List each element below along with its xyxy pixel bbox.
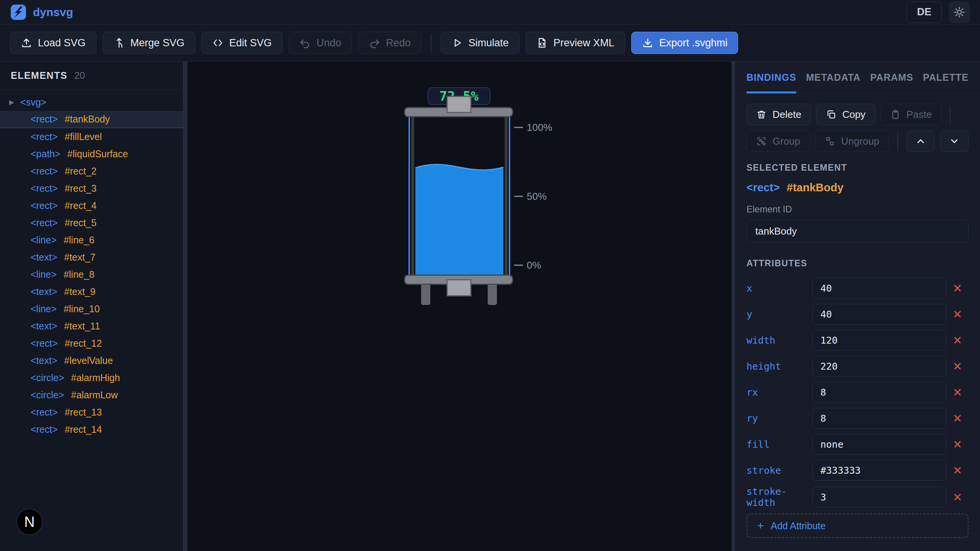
edit-svg-button[interactable]: Edit SVG xyxy=(201,32,283,54)
theme-toggle-button[interactable] xyxy=(949,2,970,23)
attribute-row-stroke-width: stroke-width ✕ xyxy=(746,486,969,508)
download-icon xyxy=(642,37,653,49)
tab-params[interactable]: PARAMS xyxy=(870,62,913,93)
group-icon xyxy=(756,136,767,147)
attribute-stroke-input[interactable] xyxy=(812,460,946,481)
tree-item-line_8[interactable]: <line>#line_8 xyxy=(0,266,187,283)
paste-button[interactable]: Paste xyxy=(880,104,942,125)
tree-item-rect_3[interactable]: <rect>#rect_3 xyxy=(0,180,187,197)
tree-item-rect_5[interactable]: <rect>#rect_5 xyxy=(0,214,187,231)
redo-label: Redo xyxy=(386,37,411,49)
sidebar-scrollbar[interactable] xyxy=(183,62,187,551)
tree-item-rect_2[interactable]: <rect>#rect_2 xyxy=(0,163,187,180)
inspector-tabs: BINDINGS METADATA PARAMS PALETTE xyxy=(735,62,980,94)
attribute-width-input[interactable] xyxy=(812,330,946,350)
tree-item-text_7[interactable]: <text>#text_7 xyxy=(0,249,187,266)
simulate-button[interactable]: Simulate xyxy=(441,32,519,54)
tree-item-alarmHigh[interactable]: <circle>#alarmHigh xyxy=(0,369,187,386)
nextjs-n-icon: N xyxy=(24,514,34,530)
sun-icon xyxy=(954,7,965,18)
code-icon xyxy=(212,37,224,49)
undo-label: Undo xyxy=(317,37,341,49)
tab-metadata[interactable]: METADATA xyxy=(806,62,861,93)
tree-item-line_6[interactable]: <line>#line_6 xyxy=(0,231,187,249)
attribute-stroke-width-input[interactable] xyxy=(812,487,946,507)
merge-svg-label: Merge SVG xyxy=(131,37,185,49)
move-up-button[interactable] xyxy=(906,130,935,152)
attribute-x-input[interactable] xyxy=(812,278,946,298)
tab-palette[interactable]: PALETTE xyxy=(923,62,969,93)
nextjs-dev-badge[interactable]: N xyxy=(16,509,43,535)
ungroup-button[interactable]: Ungroup xyxy=(815,130,889,152)
tree-item-line_10[interactable]: <line>#line_10 xyxy=(0,300,187,318)
export-svghmi-button[interactable]: Export .svghmi xyxy=(631,32,738,54)
tab-bindings[interactable]: BINDINGS xyxy=(746,62,796,93)
copy-icon xyxy=(826,109,836,120)
remove-attribute-button[interactable]: ✕ xyxy=(946,334,969,347)
tree-item-svg-root[interactable]: ▶ <svg> xyxy=(0,94,187,111)
attribute-height-input[interactable] xyxy=(812,356,946,377)
attribute-rx-input[interactable] xyxy=(812,382,946,403)
export-svghmi-label: Export .svghmi xyxy=(659,37,728,49)
group-action-row: Group Ungroup xyxy=(746,130,969,152)
toolbar-divider xyxy=(431,34,431,52)
remove-attribute-button[interactable]: ✕ xyxy=(946,386,969,399)
tree-item-liquidSurface[interactable]: <path>#liquidSurface xyxy=(0,145,187,163)
expand-triangle-icon[interactable]: ▶ xyxy=(9,98,14,106)
remove-attribute-button[interactable]: ✕ xyxy=(946,438,969,451)
simulate-label: Simulate xyxy=(469,37,509,49)
tank-leg-left[interactable] xyxy=(421,282,430,305)
tree-item-text_9[interactable]: <text>#text_9 xyxy=(0,283,187,300)
tick-label-50: 50% xyxy=(527,191,547,202)
tank-outlet[interactable] xyxy=(447,280,471,296)
tree-item-rect_4[interactable]: <rect>#rect_4 xyxy=(0,197,187,214)
inspector-panel: BINDINGS METADATA PARAMS PALETTE Delete xyxy=(735,62,980,551)
attribute-ry-input[interactable] xyxy=(812,408,946,429)
group-button[interactable]: Group xyxy=(746,130,810,152)
load-svg-label: Load SVG xyxy=(38,37,86,49)
add-attribute-button[interactable]: + Add Attribute xyxy=(746,514,969,538)
attribute-row-stroke: stroke ✕ xyxy=(746,460,969,481)
svg-canvas[interactable]: 72.5% 100% 50% 0% xyxy=(188,62,735,551)
preview-xml-button[interactable]: Preview XML xyxy=(526,32,625,54)
merge-svg-button[interactable]: Merge SVG xyxy=(103,32,195,54)
fill-level-rect[interactable] xyxy=(415,165,503,276)
element-id-label: Element ID xyxy=(746,204,969,215)
tank-top-hatch[interactable] xyxy=(447,96,471,112)
trash-icon xyxy=(756,109,767,120)
language-button[interactable]: DE xyxy=(906,2,942,23)
remove-attribute-button[interactable]: ✕ xyxy=(946,412,969,425)
attribute-row-ry: ry ✕ xyxy=(746,408,969,429)
load-svg-button[interactable]: Load SVG xyxy=(10,32,96,54)
remove-attribute-button[interactable]: ✕ xyxy=(946,360,969,373)
tree-item-rect_14[interactable]: <rect>#rect_14 xyxy=(0,421,187,438)
tank-leg-right[interactable] xyxy=(488,282,497,305)
undo-button[interactable]: Undo xyxy=(289,32,352,54)
element-id-input[interactable] xyxy=(746,220,969,242)
tree-item-alarmLow[interactable]: <circle>#alarmLow xyxy=(0,386,187,404)
tree-item-tankBody[interactable]: <rect>#tankBody xyxy=(0,111,187,128)
canvas-scrollbar[interactable] xyxy=(732,62,735,551)
tree-item-levelValue[interactable]: <text>#levelValue xyxy=(0,352,187,369)
attribute-y-input[interactable] xyxy=(812,304,946,324)
move-down-button[interactable] xyxy=(940,130,969,152)
merge-icon xyxy=(113,37,125,49)
tree-item-text_11[interactable]: <text>#text_11 xyxy=(0,318,187,335)
attribute-row-height: height ✕ xyxy=(746,356,969,377)
remove-attribute-button[interactable]: ✕ xyxy=(946,282,969,295)
tick-label-100: 100% xyxy=(527,122,552,133)
attribute-fill-input[interactable] xyxy=(812,434,946,455)
tree-item-fillLevel[interactable]: <rect>#fillLevel xyxy=(0,128,187,145)
remove-attribute-button[interactable]: ✕ xyxy=(946,308,969,321)
attribute-row-y: y ✕ xyxy=(746,304,969,324)
redo-button[interactable]: Redo xyxy=(358,32,421,54)
app-logo-icon xyxy=(10,4,27,21)
main-toolbar: Load SVG Merge SVG Edit SVG Undo Redo Si… xyxy=(0,24,980,62)
remove-attribute-button[interactable]: ✕ xyxy=(946,491,969,504)
tree-item-rect_12[interactable]: <rect>#rect_12 xyxy=(0,335,187,352)
tree-item-rect_13[interactable]: <rect>#rect_13 xyxy=(0,404,187,421)
tick-label-0: 0% xyxy=(527,259,541,271)
remove-attribute-button[interactable]: ✕ xyxy=(946,464,969,477)
copy-button[interactable]: Copy xyxy=(816,104,875,125)
delete-button[interactable]: Delete xyxy=(746,104,811,125)
